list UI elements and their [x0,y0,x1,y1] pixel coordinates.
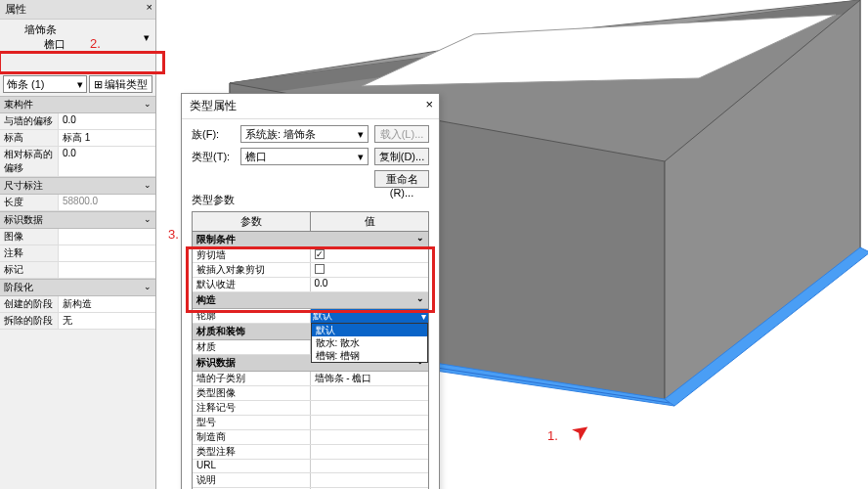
type-selector[interactable]: 墙饰条 檐口 ▾ [0,20,155,55]
panel-title: 属性 [5,3,26,15]
category-construction[interactable]: 构造⌄ [193,292,428,309]
chevron-icon: ⌄ [144,180,152,190]
edit-type-icon: ⊞ [94,78,103,91]
edit-type-button[interactable]: ⊞ 编辑类型 [89,75,152,93]
properties-panel: 属性 × 墙饰条 檐口 ▾ 饰条 (1) ▾ ⊞ 编辑类型 束构件⌄ 与墙的偏移… [0,0,156,489]
table-row: 默认收进0.0 [193,278,428,292]
table-row: 说明 [193,473,428,488]
table-row: 被插入对象剪切 [193,263,428,278]
annotation-2: 2. [90,36,101,51]
prop-row: 拆除的阶段无 [0,313,155,330]
panel-title-bar: 属性 × [0,0,155,20]
type-properties-dialog: 类型属性 × 族(F): 系统族: 墙饰条▾ 载入(L)... 类型(T): 檐… [181,93,440,489]
dropdown-option[interactable]: 默认 [312,324,428,336]
type-dropdown[interactable]: 檐口▾ [240,148,369,165]
dialog-body: 族(F): 系统族: 墙饰条▾ 载入(L)... 类型(T): 檐口▾ 复制(D… [182,119,439,489]
load-button: 载入(L)... [374,125,429,143]
checkbox-checked[interactable]: ✓ [315,249,325,259]
annotation-3: 3. [168,227,179,242]
table-row: 类型注释 [193,445,428,460]
prop-row: 相对标高的偏移0.0 [0,147,155,177]
chevron-down-icon: ▾ [358,128,364,141]
table-row: 类型图像 [193,386,428,401]
table-row-profile: 轮廓 默认▾ 默认 散水: 散水 槽钢: 槽钢 [193,309,428,324]
prop-row: 标记 [0,262,155,279]
dropdown-option[interactable]: 槽钢: 槽钢 [312,349,428,362]
checkbox-unchecked[interactable] [315,264,325,274]
chevron-icon: ⌄ [144,99,152,109]
prop-row: 长度58800.0 [0,195,155,211]
type-row: 类型(T): 檐口▾ 复制(D)... [192,148,429,165]
section-phasing[interactable]: 阶段化⌄ [0,279,155,296]
profile-cell[interactable]: 默认▾ 默认 散水: 散水 槽钢: 槽钢 [311,309,429,323]
close-icon[interactable]: × [425,97,433,111]
rename-row: 重命名(R)... [192,170,429,188]
instance-filter-dropdown[interactable]: 饰条 (1) ▾ [3,75,87,93]
prop-row: 图像 [0,229,155,245]
annotation-1: 1. [547,428,558,443]
dialog-title-bar[interactable]: 类型属性 × [182,94,439,119]
table-row: 型号 [193,416,428,430]
panel-close-icon[interactable]: × [147,1,152,13]
table-row: 注释记号 [193,401,428,416]
table-header: 参数 值 [193,212,428,232]
chevron-down-icon: ▾ [144,31,150,44]
section-constraints[interactable]: 束构件⌄ [0,96,155,113]
table-row: 剪切墙✓ [193,248,428,263]
type-edit-row: 饰条 (1) ▾ ⊞ 编辑类型 [0,72,155,96]
family-name: 墙饰条 [24,22,65,37]
chevron-down-icon: ▾ [421,311,426,322]
chevron-down-icon: ▾ [358,151,364,163]
profile-dropdown-list: 默认 散水: 散水 槽钢: 槽钢 [311,323,429,363]
rename-button[interactable]: 重命名(R)... [374,170,429,188]
prop-row: 与墙的偏移0.0 [0,113,155,130]
dropdown-option[interactable]: 散水: 散水 [312,336,428,349]
duplicate-button[interactable]: 复制(D)... [374,148,429,165]
prop-row: 标高标高 1 [0,130,155,147]
chevron-down-icon: ▾ [77,78,83,91]
chevron-icon: ⌄ [144,214,152,224]
family-row: 族(F): 系统族: 墙饰条▾ 载入(L)... [192,125,429,143]
type-params-table: 参数 值 限制条件⌄ 剪切墙✓ 被插入对象剪切 默认收进0.0 构造⌄ 轮廓 默… [192,211,429,489]
table-row: URL [193,460,428,473]
section-identity[interactable]: 标识数据⌄ [0,211,155,229]
type-name: 檐口 [24,37,65,52]
family-dropdown[interactable]: 系统族: 墙饰条▾ [240,125,369,143]
section-dimensions[interactable]: 尺寸标注⌄ [0,177,155,195]
table-row: 墙的子类别墙饰条 - 檐口 [193,372,428,386]
prop-row: 注释 [0,245,155,262]
category-constraints[interactable]: 限制条件⌄ [193,232,428,248]
table-row: 制造商 [193,430,428,445]
prop-row: 创建的阶段新构造 [0,296,155,313]
chevron-icon: ⌄ [144,282,152,291]
